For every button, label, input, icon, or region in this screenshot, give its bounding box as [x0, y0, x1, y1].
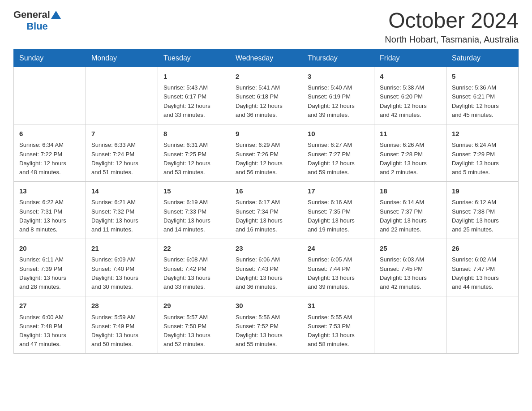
day-info: Sunrise: 6:14 AMSunset: 7:37 PMDaylight:… — [380, 198, 441, 234]
day-cell — [86, 67, 158, 124]
header-cell-wednesday: Wednesday — [230, 49, 302, 67]
day-cell: 11Sunrise: 6:26 AMSunset: 7:28 PMDayligh… — [374, 124, 446, 181]
day-cell: 15Sunrise: 6:19 AMSunset: 7:33 PMDayligh… — [158, 181, 230, 239]
day-info: Sunrise: 5:59 AMSunset: 7:49 PMDaylight:… — [91, 313, 152, 349]
day-cell: 26Sunrise: 6:02 AMSunset: 7:47 PMDayligh… — [446, 239, 519, 296]
day-number: 7 — [91, 129, 152, 139]
day-number: 27 — [19, 301, 80, 311]
month-year: October 2024 — [385, 9, 519, 33]
day-cell: 18Sunrise: 6:14 AMSunset: 7:37 PMDayligh… — [374, 181, 446, 239]
day-cell: 12Sunrise: 6:24 AMSunset: 7:29 PMDayligh… — [446, 124, 519, 181]
week-row-1: 1Sunrise: 5:43 AMSunset: 6:17 PMDaylight… — [14, 67, 519, 124]
day-number: 16 — [236, 186, 296, 197]
day-cell — [446, 296, 519, 354]
header-cell-monday: Monday — [86, 49, 158, 67]
day-cell: 16Sunrise: 6:17 AMSunset: 7:34 PMDayligh… — [230, 181, 302, 239]
day-info: Sunrise: 5:36 AMSunset: 6:21 PMDaylight:… — [452, 83, 513, 120]
day-number: 4 — [380, 72, 441, 82]
day-number: 11 — [380, 129, 441, 139]
day-number: 14 — [91, 186, 152, 197]
header: General Blue October 2024 North Hobart, … — [13, 9, 519, 45]
logo-triangle-icon — [51, 11, 61, 19]
day-number: 17 — [308, 186, 369, 197]
day-number: 6 — [19, 129, 80, 139]
day-number: 25 — [380, 244, 441, 254]
day-cell: 1Sunrise: 5:43 AMSunset: 6:17 PMDaylight… — [158, 67, 230, 124]
day-cell: 25Sunrise: 6:03 AMSunset: 7:45 PMDayligh… — [374, 239, 446, 296]
logo-blue: Blue — [26, 21, 48, 32]
calendar-table: SundayMondayTuesdayWednesdayThursdayFrid… — [13, 49, 519, 354]
week-row-3: 13Sunrise: 6:22 AMSunset: 7:31 PMDayligh… — [14, 181, 519, 239]
day-cell: 31Sunrise: 5:55 AMSunset: 7:53 PMDayligh… — [302, 296, 374, 354]
header-row: SundayMondayTuesdayWednesdayThursdayFrid… — [14, 49, 519, 67]
day-number: 22 — [163, 244, 224, 254]
svg-marker-0 — [51, 11, 61, 19]
day-number: 19 — [452, 186, 513, 197]
day-number: 23 — [236, 244, 296, 254]
week-row-4: 20Sunrise: 6:11 AMSunset: 7:39 PMDayligh… — [14, 239, 519, 296]
day-number: 3 — [308, 72, 369, 82]
calendar-header: SundayMondayTuesdayWednesdayThursdayFrid… — [14, 49, 519, 67]
day-info: Sunrise: 6:02 AMSunset: 7:47 PMDaylight:… — [452, 255, 513, 291]
logo-general: General — [13, 9, 50, 21]
day-info: Sunrise: 6:12 AMSunset: 7:38 PMDaylight:… — [452, 198, 513, 234]
day-info: Sunrise: 6:00 AMSunset: 7:48 PMDaylight:… — [19, 313, 80, 349]
day-cell: 22Sunrise: 6:08 AMSunset: 7:42 PMDayligh… — [158, 239, 230, 296]
calendar-body: 1Sunrise: 5:43 AMSunset: 6:17 PMDaylight… — [14, 67, 519, 353]
day-cell: 5Sunrise: 5:36 AMSunset: 6:21 PMDaylight… — [446, 67, 519, 124]
day-info: Sunrise: 6:11 AMSunset: 7:39 PMDaylight:… — [19, 255, 80, 291]
day-number: 9 — [236, 129, 296, 139]
day-number: 18 — [380, 186, 441, 197]
day-cell: 27Sunrise: 6:00 AMSunset: 7:48 PMDayligh… — [14, 296, 86, 354]
day-info: Sunrise: 6:34 AMSunset: 7:22 PMDaylight:… — [19, 141, 80, 177]
day-number: 5 — [452, 72, 513, 82]
day-number: 28 — [91, 301, 152, 311]
location: North Hobart, Tasmania, Australia — [385, 34, 519, 45]
header-cell-friday: Friday — [374, 49, 446, 67]
day-number: 29 — [163, 301, 224, 311]
week-row-2: 6Sunrise: 6:34 AMSunset: 7:22 PMDaylight… — [14, 124, 519, 181]
day-cell: 17Sunrise: 6:16 AMSunset: 7:35 PMDayligh… — [302, 181, 374, 239]
day-cell: 19Sunrise: 6:12 AMSunset: 7:38 PMDayligh… — [446, 181, 519, 239]
day-cell: 6Sunrise: 6:34 AMSunset: 7:22 PMDaylight… — [14, 124, 86, 181]
day-info: Sunrise: 5:43 AMSunset: 6:17 PMDaylight:… — [163, 83, 224, 120]
day-number: 1 — [163, 72, 224, 82]
day-cell: 10Sunrise: 6:27 AMSunset: 7:27 PMDayligh… — [302, 124, 374, 181]
day-info: Sunrise: 6:21 AMSunset: 7:32 PMDaylight:… — [91, 198, 152, 234]
day-info: Sunrise: 6:09 AMSunset: 7:40 PMDaylight:… — [91, 255, 152, 291]
day-cell: 24Sunrise: 6:05 AMSunset: 7:44 PMDayligh… — [302, 239, 374, 296]
day-cell: 7Sunrise: 6:33 AMSunset: 7:24 PMDaylight… — [86, 124, 158, 181]
day-number: 30 — [236, 301, 296, 311]
day-info: Sunrise: 5:41 AMSunset: 6:18 PMDaylight:… — [236, 83, 296, 120]
day-info: Sunrise: 6:26 AMSunset: 7:28 PMDaylight:… — [380, 141, 441, 177]
day-info: Sunrise: 6:33 AMSunset: 7:24 PMDaylight:… — [91, 141, 152, 177]
day-number: 10 — [308, 129, 369, 139]
header-cell-sunday: Sunday — [14, 49, 86, 67]
day-number: 21 — [91, 244, 152, 254]
day-cell: 30Sunrise: 5:56 AMSunset: 7:52 PMDayligh… — [230, 296, 302, 354]
day-info: Sunrise: 6:05 AMSunset: 7:44 PMDaylight:… — [308, 255, 369, 291]
day-info: Sunrise: 5:38 AMSunset: 6:20 PMDaylight:… — [380, 83, 441, 120]
logo-text-area: General Blue — [13, 9, 61, 32]
header-cell-saturday: Saturday — [446, 49, 519, 67]
day-cell: 13Sunrise: 6:22 AMSunset: 7:31 PMDayligh… — [14, 181, 86, 239]
day-number: 24 — [308, 244, 369, 254]
day-info: Sunrise: 6:19 AMSunset: 7:33 PMDaylight:… — [163, 198, 224, 234]
day-cell: 4Sunrise: 5:38 AMSunset: 6:20 PMDaylight… — [374, 67, 446, 124]
day-info: Sunrise: 6:29 AMSunset: 7:26 PMDaylight:… — [236, 141, 296, 177]
day-info: Sunrise: 6:08 AMSunset: 7:42 PMDaylight:… — [163, 255, 224, 291]
logo: General Blue — [13, 9, 61, 32]
day-info: Sunrise: 6:27 AMSunset: 7:27 PMDaylight:… — [308, 141, 369, 177]
day-number: 20 — [19, 244, 80, 254]
day-cell: 3Sunrise: 5:40 AMSunset: 6:19 PMDaylight… — [302, 67, 374, 124]
day-cell — [14, 67, 86, 124]
day-cell: 28Sunrise: 5:59 AMSunset: 7:49 PMDayligh… — [86, 296, 158, 354]
day-cell: 29Sunrise: 5:57 AMSunset: 7:50 PMDayligh… — [158, 296, 230, 354]
day-info: Sunrise: 6:06 AMSunset: 7:43 PMDaylight:… — [236, 255, 296, 291]
day-cell: 9Sunrise: 6:29 AMSunset: 7:26 PMDaylight… — [230, 124, 302, 181]
day-info: Sunrise: 6:22 AMSunset: 7:31 PMDaylight:… — [19, 198, 80, 234]
day-number: 12 — [452, 129, 513, 139]
day-number: 26 — [452, 244, 513, 254]
header-cell-thursday: Thursday — [302, 49, 374, 67]
day-info: Sunrise: 6:31 AMSunset: 7:25 PMDaylight:… — [163, 141, 224, 177]
